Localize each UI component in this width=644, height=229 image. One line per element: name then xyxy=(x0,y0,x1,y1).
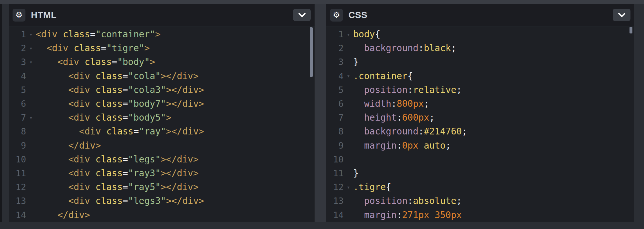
code-token: ></div> xyxy=(161,182,199,192)
code-token: "legs" xyxy=(128,154,161,165)
code-token: ; xyxy=(451,43,456,53)
code-token: class xyxy=(95,98,122,109)
code-token: : xyxy=(391,98,397,109)
code-token: <div xyxy=(57,57,79,67)
code-token: #214760 xyxy=(424,126,462,137)
fold-arrow-icon[interactable]: ▾ xyxy=(26,114,36,121)
code-token: body xyxy=(353,29,375,40)
fold-arrow-icon[interactable]: ▾ xyxy=(26,45,36,51)
code-text: <div class="body7"></div> xyxy=(36,98,204,109)
code-text: body{ xyxy=(353,29,380,40)
html-panel-title: HTML xyxy=(31,10,57,20)
code-token: ></div> xyxy=(166,126,204,137)
code-token: : xyxy=(418,43,424,53)
line-number: 2 xyxy=(9,43,26,53)
code-text: <div class="container"> xyxy=(36,29,161,40)
code-token xyxy=(101,126,106,137)
code-token xyxy=(36,168,68,179)
scrollbar-thumb[interactable] xyxy=(630,27,632,33)
line-number: 14 xyxy=(326,210,344,220)
code-line: 13 <div class="legs3"></div> xyxy=(9,194,315,208)
code-token: 350px xyxy=(435,210,462,220)
css-collapse-button[interactable] xyxy=(613,9,630,21)
code-token: "ray" xyxy=(139,126,166,137)
code-token: black xyxy=(424,43,451,53)
code-token: > xyxy=(155,29,161,40)
code-token: = xyxy=(123,85,128,95)
code-token: auto xyxy=(424,140,445,151)
bottom-resize-bar[interactable] xyxy=(0,222,644,229)
code-text: <div class="ray3"></div> xyxy=(36,168,199,179)
line-number: 5 xyxy=(326,85,344,95)
css-panel-header: ⚙ CSS xyxy=(326,4,634,26)
code-token xyxy=(36,85,68,95)
code-line: 9 margin:0px auto; xyxy=(326,139,634,152)
fold-arrow-icon[interactable]: ▾ xyxy=(344,73,353,79)
code-text: .tigre{ xyxy=(353,182,391,192)
code-token xyxy=(68,43,74,53)
line-number: 11 xyxy=(9,168,26,178)
panel-resize-divider[interactable] xyxy=(315,4,326,222)
code-token: position xyxy=(364,85,408,95)
code-token: ></div> xyxy=(166,196,204,206)
code-token: position xyxy=(364,196,408,206)
html-code-editor[interactable]: 1▾<div class="container">2▾ <div class="… xyxy=(9,26,315,222)
css-panel-title: CSS xyxy=(348,10,367,20)
code-token xyxy=(353,43,364,53)
code-token: <div xyxy=(68,154,90,165)
code-token: = xyxy=(123,71,128,81)
code-line: 3▾ <div class="body"> xyxy=(9,55,315,69)
code-line: 7 height:600px; xyxy=(326,111,634,124)
code-token: "cola3" xyxy=(128,85,166,95)
html-editor-panel: ⚙ HTML 1▾<div class="container">2▾ <div … xyxy=(9,4,315,222)
code-token xyxy=(353,112,364,123)
fold-arrow-icon[interactable]: ▾ xyxy=(344,31,353,38)
scrollbar-thumb[interactable] xyxy=(310,27,313,77)
code-text: <div class="ray"></div> xyxy=(36,126,204,137)
line-number: 1 xyxy=(9,29,26,39)
code-token: class xyxy=(63,29,90,40)
code-token: class xyxy=(95,154,122,165)
fold-arrow-icon[interactable]: ▾ xyxy=(26,31,36,38)
line-number: 5 xyxy=(9,85,26,95)
fold-arrow-icon[interactable]: ▾ xyxy=(344,184,353,190)
code-token: > xyxy=(144,43,150,53)
fold-arrow-icon[interactable]: ▾ xyxy=(26,59,36,65)
code-token: "ray3" xyxy=(128,168,161,179)
code-token: <div xyxy=(47,43,68,53)
line-number: 9 xyxy=(9,141,26,151)
code-token xyxy=(79,57,85,67)
code-token: = xyxy=(90,29,96,40)
code-token: ; xyxy=(424,98,429,109)
code-token xyxy=(36,126,79,137)
code-token xyxy=(353,210,364,220)
code-token xyxy=(90,196,96,206)
css-settings-button[interactable]: ⚙ xyxy=(330,9,343,22)
code-text: position:absolute; xyxy=(353,196,462,206)
code-token: margin xyxy=(364,210,397,220)
code-token: = xyxy=(123,168,128,179)
html-settings-button[interactable]: ⚙ xyxy=(13,9,25,22)
css-code-editor[interactable]: 1▾body{2 background:black;3}4▾.container… xyxy=(326,26,634,222)
html-collapse-button[interactable] xyxy=(293,9,311,21)
line-number: 3 xyxy=(326,57,344,67)
code-line: 4▾.container{ xyxy=(326,69,634,83)
code-token: "body" xyxy=(117,57,150,67)
top-resize-bar[interactable] xyxy=(0,0,644,4)
code-token: "body5" xyxy=(128,112,166,123)
code-token xyxy=(36,196,68,206)
code-token xyxy=(36,112,68,123)
code-text: </div> xyxy=(36,210,90,220)
code-line: 4 <div class="cola"></div> xyxy=(9,69,315,83)
code-token: > xyxy=(166,112,172,123)
code-token: class xyxy=(95,85,122,95)
code-token xyxy=(90,168,96,179)
code-token: ></div> xyxy=(161,71,199,81)
line-number: 3 xyxy=(9,57,26,67)
line-number: 9 xyxy=(326,141,344,151)
code-token: <div xyxy=(68,112,90,123)
code-token: "tigre" xyxy=(106,43,144,53)
code-token: ; xyxy=(446,140,451,151)
code-token xyxy=(36,43,47,53)
code-line: 1▾<div class="container"> xyxy=(9,27,315,41)
